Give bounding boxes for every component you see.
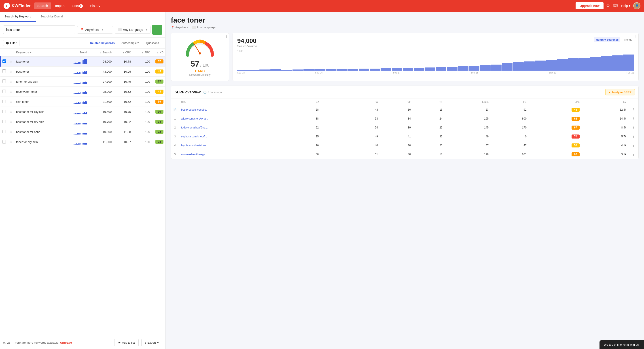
tab-questions[interactable]: Questions	[143, 40, 162, 46]
tab-search-by-keyword[interactable]: Search by Keyword	[0, 12, 36, 22]
row-checkbox[interactable]	[2, 59, 6, 63]
language-selector[interactable]: Any Language ▼	[115, 26, 150, 33]
row-checkbox[interactable]	[2, 69, 6, 73]
serp-row-more-button[interactable]: ⋮	[631, 152, 636, 156]
export-button[interactable]: ↓ Export ▾	[141, 339, 162, 346]
search-go-button[interactable]: →	[152, 25, 162, 35]
star-icon[interactable]: ☆	[10, 120, 12, 124]
row-checkbox[interactable]	[2, 140, 6, 143]
keyword-name: toner for oily skin	[16, 80, 38, 83]
col-trend[interactable]: Trend	[71, 49, 89, 56]
serp-row-more-button[interactable]: ⋮	[631, 134, 636, 138]
serp-url-link[interactable]: today.com/shop/6-re...	[181, 126, 208, 129]
logo[interactable]: ● KWFinder	[4, 3, 31, 9]
row-checkbox[interactable]	[2, 110, 6, 113]
row-checkbox[interactable]	[2, 120, 6, 123]
row-checkbox[interactable]	[2, 130, 6, 133]
analyze-serp-button[interactable]: ● Analyze SERP	[605, 89, 635, 95]
star-icon[interactable]: ☆	[10, 130, 12, 134]
nav-item-history[interactable]: History	[87, 2, 104, 9]
serp-table-row[interactable]: 5 womenshealthmag.c... 88 51 40 18 128 6…	[171, 150, 638, 159]
table-row[interactable]: ☆ face toner 94,000 $0.78 100 57	[0, 56, 166, 67]
tab-trends[interactable]: Trends	[622, 37, 634, 42]
serp-table-row[interactable]: 3 sephora.com/shop/f... 85 49 41 36 49 0…	[171, 132, 638, 141]
table-row[interactable]: ☆ skin toner 31,600 $0.62 100 59	[0, 97, 166, 107]
star-icon[interactable]: ☆	[10, 80, 12, 83]
trend-bar	[82, 143, 82, 145]
serp-header: SERP overview 🕐 3 hours ago ● Analyze SE…	[171, 86, 638, 99]
serp-pos-cell: 5	[171, 150, 179, 159]
table-row[interactable]: ☆ toner for oily skin 27,700 $0.49 100 3…	[0, 77, 166, 87]
trend-bar	[81, 113, 82, 114]
col-ppc[interactable]: ▲ PPC	[133, 49, 152, 56]
serp-col-tf: TF	[413, 99, 445, 105]
trend-bar	[76, 113, 77, 114]
table-row[interactable]: ☆ rose water toner 28,900 $0.62 100 48	[0, 87, 166, 97]
serp-row-more-button[interactable]: ⋮	[631, 108, 636, 111]
chat-bubble[interactable]: We are online, chat with us!	[600, 340, 644, 349]
star-icon[interactable]: ☆	[10, 100, 12, 103]
table-row[interactable]: ☆ best toner for dry skin 10,700 $0.82 1…	[0, 117, 166, 127]
star-icon[interactable]: ☆	[10, 90, 12, 93]
col-cpc[interactable]: ▲ CPC	[113, 49, 132, 56]
serp-row-more-button[interactable]: ⋮	[631, 143, 636, 147]
keyword-search-input[interactable]	[3, 25, 75, 34]
tab-autocomplete[interactable]: Autocomplete	[118, 40, 142, 46]
nav-item-import[interactable]: Import	[52, 2, 68, 9]
upgrade-now-button[interactable]: Upgrade now	[576, 2, 604, 9]
add-to-list-button[interactable]: ★ Add to list	[114, 339, 139, 346]
trend-bar	[78, 133, 79, 134]
table-row[interactable]: ☆ best toner 43,000 $0.95 100 45	[0, 67, 166, 77]
star-icon[interactable]: ☆	[10, 110, 12, 113]
help-button[interactable]: Help ▾	[621, 4, 630, 8]
serp-table-row[interactable]: 📄 bestproducts.com/be... 68 43 30 13 23 …	[171, 105, 638, 114]
serp-url-link[interactable]: allure.com/story/wha...	[181, 117, 208, 120]
serp-url-link[interactable]: byrdie.com/best-tone...	[181, 144, 208, 147]
serp-url-link[interactable]: womenshealthmag.c...	[181, 153, 208, 156]
col-keywords[interactable]: Keywords ▼	[14, 49, 71, 56]
serp-row-more-button[interactable]: ⋮	[631, 117, 636, 120]
serp-url-link[interactable]: bestproducts.com/be...	[181, 108, 208, 111]
serp-table-row[interactable]: 2 today.com/shop/6-re... 92 54 39 27 145…	[171, 123, 638, 132]
nav-item-lists[interactable]: Lists0	[69, 2, 86, 9]
location-selector[interactable]: 📍 Anywhere ▼	[77, 26, 113, 33]
star-icon[interactable]: ☆	[10, 140, 12, 144]
row-checkbox[interactable]	[2, 100, 6, 103]
row-trend-cell	[71, 127, 89, 137]
user-avatar[interactable]: 👤	[633, 2, 640, 9]
trend-bar	[74, 144, 75, 145]
tab-monthly-searches[interactable]: Monthly Searches	[594, 37, 620, 42]
trend-bar	[85, 113, 86, 114]
trend-bar	[82, 71, 83, 74]
keyboard-icon[interactable]: ⌨	[612, 3, 618, 8]
serp-col-fb: FB	[491, 99, 529, 105]
row-ppc-cell: 100	[133, 97, 152, 107]
trend-bar	[78, 123, 79, 124]
kd-info-icon[interactable]: ℹ	[226, 35, 227, 39]
row-kd-cell: 45	[152, 67, 165, 77]
col-search[interactable]: ▲ Search	[89, 49, 113, 56]
star-icon[interactable]: ☆	[10, 60, 12, 63]
tab-related-keywords[interactable]: Related keywords	[87, 40, 118, 46]
filter-button[interactable]: Filter	[3, 40, 20, 46]
row-checkbox[interactable]	[2, 90, 6, 93]
table-row[interactable]: ☆ toner for dry skin 11,000 $0.57 100 33	[0, 137, 166, 147]
upgrade-link[interactable]: Upgrade	[60, 341, 72, 344]
nav-item-search[interactable]: Search	[34, 2, 51, 9]
trend-bar	[84, 133, 85, 134]
serp-url-link[interactable]: sephora.com/shop/f...	[181, 135, 207, 138]
table-row[interactable]: ☆ best toner for oily skin 19,500 $0.75 …	[0, 107, 166, 117]
tab-search-by-domain[interactable]: Search by Domain	[36, 12, 69, 22]
serp-table-row[interactable]: 4 byrdie.com/best-tone... 76 40 30 20 57…	[171, 141, 638, 150]
row-checkbox[interactable]	[2, 79, 6, 83]
trend-bar	[81, 72, 82, 74]
serp-table-row[interactable]: 1 allure.com/story/wha... 88 53 34 24 19…	[171, 114, 638, 123]
volume-info-icon[interactable]: ℹ	[635, 35, 636, 39]
col-kd[interactable]: ▲ KD	[152, 49, 165, 56]
table-row[interactable]: ☆ best toner for acne 10,500 $1.38 100 3…	[0, 127, 166, 137]
star-icon[interactable]: ☆	[10, 70, 12, 73]
volume-bar	[326, 69, 336, 71]
settings-icon[interactable]: ⚙	[606, 3, 610, 8]
keywords-table-container: Keywords ▼ Trend ▲ Search ▲ CPC ▲ PPC ▲ …	[0, 49, 165, 336]
serp-row-more-button[interactable]: ⋮	[631, 126, 636, 129]
